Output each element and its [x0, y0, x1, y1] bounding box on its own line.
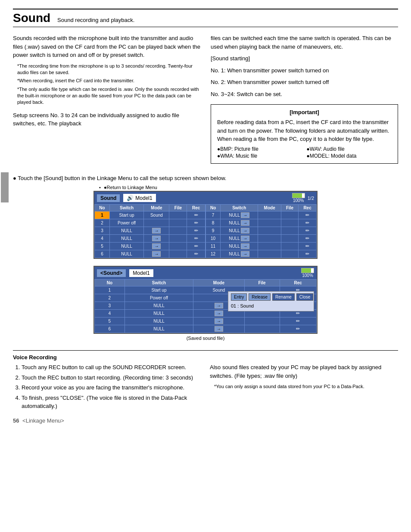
row-file [169, 250, 187, 258]
entry-button[interactable]: Entry [231, 293, 247, 301]
step-1: Touch any REC button to call up the SOUN… [22, 363, 201, 372]
row-file [169, 243, 187, 250]
col-switch-r: Switch [221, 205, 258, 212]
row-rec[interactable]: ✏ [187, 250, 206, 258]
touch-instruction: ● Touch the [Sound] button in the Linkag… [13, 174, 398, 183]
row-switch: Power off [125, 294, 193, 302]
row-num: 11 [206, 243, 221, 250]
row-mode: → [193, 317, 244, 325]
battery-indicator: 100% [292, 193, 305, 203]
sound-starting-label: [Sound starting] [211, 54, 398, 63]
s2-col-rec: Rec [280, 280, 316, 286]
section-label: <Linkage Menu> [22, 417, 64, 424]
row-file [169, 219, 187, 227]
row-rec[interactable]: ✏ [299, 227, 317, 235]
row-switch: NULL [125, 317, 193, 325]
row-switch: NULL [109, 243, 144, 250]
row-rec[interactable]: ✏ [187, 227, 206, 235]
row-mode [258, 235, 281, 243]
page-subtitle: Sound recording and playback. [57, 17, 134, 23]
row-rec[interactable]: ✏ [280, 317, 316, 325]
close-button[interactable]: Close [296, 293, 314, 301]
row-rec[interactable]: ✏ [187, 235, 206, 243]
row-num: 3 [95, 227, 110, 235]
row-rec[interactable]: ✏ [280, 325, 316, 333]
col-no: No [95, 205, 110, 212]
screen2: <Sound> Model1 100% No [93, 266, 318, 334]
row-file [169, 235, 187, 243]
col-switch: Switch [109, 205, 144, 212]
right-column: files can be switched each time the same… [211, 34, 398, 169]
left-para1: Sounds recorded with the microphone buil… [13, 34, 200, 59]
step-3: Record your voice as you are facing the … [22, 383, 201, 392]
screen1-wrapper: Sound 🔊 Model1 100% 1/2 [13, 191, 398, 261]
row-file [281, 250, 299, 258]
step-2: Touch the REC button to start recording.… [22, 373, 201, 382]
row-mode [258, 243, 281, 250]
voice-recording-title: Voice Recording [13, 354, 398, 361]
row-rec[interactable]: ✏ [187, 212, 206, 219]
row-file [281, 227, 299, 235]
left-column: Sounds recorded with the microphone buil… [13, 34, 200, 169]
row-num: 1 [95, 286, 125, 294]
row-rec[interactable]: ✏ [299, 212, 317, 219]
row-rec[interactable]: ✏ [187, 219, 206, 227]
row-switch: Power off [109, 219, 144, 227]
note1: *The recording time from the microphone … [17, 63, 200, 76]
row-switch: NULL [125, 325, 193, 333]
row-file [281, 235, 299, 243]
row-num: 6 [95, 250, 110, 258]
row-switch: Start up [109, 212, 144, 219]
row-file [281, 212, 299, 219]
row-num: 2 [95, 219, 110, 227]
row-mode: Sound [144, 212, 169, 219]
row-num: 8 [206, 219, 221, 227]
row-mode: → [144, 235, 169, 243]
screen1-model: 🔊 Model1 [123, 194, 156, 202]
screen1-right-table: No Switch Mode File Rec 7NULL →✏8NULL →✏… [206, 204, 317, 258]
voice-cols: Touch any REC button to call up the SOUN… [13, 363, 398, 412]
row-rec[interactable]: ✏ [187, 243, 206, 250]
sound-entry: 01 : Sound [231, 302, 311, 309]
screen1-header: Sound 🔊 Model1 100% 1/2 [94, 192, 317, 204]
row-mode: → [144, 250, 169, 258]
row-rec[interactable]: ✏ [299, 250, 317, 258]
voice-right-note: *You can only assign a sound data stored… [214, 383, 398, 390]
screen1-left-table: No Switch Mode File Rec 1Start upSound✏2… [94, 204, 206, 258]
important-text: Before reading data from a PC, insert th… [217, 118, 392, 143]
row-mode: → [144, 227, 169, 235]
page-number-footer: 56 [13, 417, 19, 424]
row-num: 7 [206, 212, 221, 219]
row-mode [258, 212, 281, 219]
row-num: 5 [95, 243, 110, 250]
saved-label: (Saved sound file) [187, 336, 225, 341]
screen2-model: Model1 [129, 269, 153, 277]
row-file [169, 227, 187, 235]
row-rec[interactable]: ✏ [299, 243, 317, 250]
speaker-icon: 🔊 [127, 195, 134, 201]
row-rec[interactable]: ✏ [299, 235, 317, 243]
row-mode: → [193, 325, 244, 333]
row-mode [258, 219, 281, 227]
right-para1: files can be switched each time the same… [211, 34, 398, 51]
folder-item-0: ●BMP: Picture file [217, 146, 302, 152]
row-rec[interactable]: ✏ [299, 219, 317, 227]
release-button[interactable]: Release [249, 293, 271, 301]
page-number: 1/2 [308, 196, 314, 201]
screen2-header: <Sound> Model1 100% [94, 267, 317, 279]
note3: *The only audio file type which can be r… [17, 86, 200, 106]
entry-panel: Entry Release Rename Close 01 : Sound [228, 291, 314, 311]
col-file-r: File [281, 205, 299, 212]
battery-bar2 [301, 268, 314, 273]
row-file [281, 243, 299, 250]
s2-col-switch: Switch [125, 280, 193, 286]
note2: *When recording, insert the CF card into… [17, 78, 200, 84]
col-rec: Rec [187, 205, 206, 212]
rename-button[interactable]: Rename [272, 293, 295, 301]
screen2-wrapper: <Sound> Model1 100% No [13, 261, 398, 345]
col-mode: Mode [144, 205, 169, 212]
row-switch: NULL → [221, 243, 258, 250]
folder-list: ●BMP: Picture file ●WAV: Audio file ●WMA… [217, 146, 392, 159]
main-content: Sounds recorded with the microphone buil… [13, 34, 398, 169]
screen1-title: Sound [97, 194, 120, 202]
